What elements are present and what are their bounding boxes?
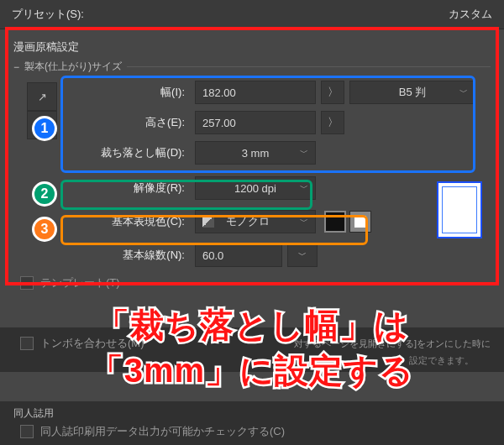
bleed-label: 裁ち落とし幅(D): xyxy=(55,145,190,160)
badge-2: 2 xyxy=(32,181,57,207)
section-title: 漫画原稿設定 xyxy=(13,39,491,55)
lines-input[interactable]: 60.0 xyxy=(195,243,282,267)
chevron-down-icon xyxy=(300,216,308,228)
badge-1: 1 xyxy=(32,116,57,141)
caption-line-2: 「3mm」に設定する xyxy=(0,348,504,393)
monochrome-icon xyxy=(202,216,214,228)
lines-dropdown-icon[interactable] xyxy=(287,243,318,267)
width-step-icon[interactable] xyxy=(321,81,344,104)
swap-up-icon[interactable]: ↗ xyxy=(27,82,57,111)
swatch-white[interactable] xyxy=(349,211,371,233)
bleed-select[interactable]: 3 mm xyxy=(195,141,316,165)
lines-label: 基本線数(N): xyxy=(55,248,190,263)
page-preview xyxy=(437,181,482,238)
caption-line-1: 「裁ち落とし幅」は xyxy=(0,302,504,348)
doujin-checkbox[interactable] xyxy=(20,425,34,438)
preset-label: プリセット(S): xyxy=(12,7,84,22)
chevron-down-icon xyxy=(300,182,308,194)
width-input[interactable]: 182.00 xyxy=(195,81,316,104)
preset-value[interactable]: カスタム xyxy=(449,7,492,22)
resolution-label: 解像度(R): xyxy=(55,181,190,196)
color-label: 基本表現色(C): xyxy=(55,214,190,229)
bleed-value: 3 mm xyxy=(202,147,308,160)
height-step-icon[interactable] xyxy=(321,111,344,134)
template-checkbox[interactable] xyxy=(20,276,34,290)
color-value: モノクロ xyxy=(226,214,270,229)
paper-preset-select[interactable]: B5 判 xyxy=(349,81,475,104)
swatch-black[interactable] xyxy=(324,211,346,233)
template-label: テンプレート(T) xyxy=(40,275,120,291)
resolution-value: 1200 dpi xyxy=(202,182,308,195)
paper-preset-value: B5 判 xyxy=(357,85,468,100)
color-select[interactable]: モノクロ xyxy=(195,210,316,233)
doujin-section-title: 同人誌用 xyxy=(13,406,491,421)
width-label: 幅(I): xyxy=(55,85,190,100)
resolution-select[interactable]: 1200 dpi xyxy=(195,176,316,200)
height-label: 高さ(E): xyxy=(55,115,190,130)
badge-3: 3 xyxy=(32,217,57,242)
height-input[interactable]: 257.00 xyxy=(195,111,316,134)
chevron-down-icon xyxy=(300,147,308,159)
subsection-title: 製本(仕上がり)サイズ xyxy=(24,60,122,74)
annotation-caption: 「裁ち落とし幅」は 「3mm」に設定する xyxy=(0,302,504,393)
divider xyxy=(127,66,491,67)
doujin-check-label: 同人誌印刷用データ出力が可能かチェックする(C) xyxy=(40,424,285,439)
chevron-down-icon xyxy=(459,86,468,98)
